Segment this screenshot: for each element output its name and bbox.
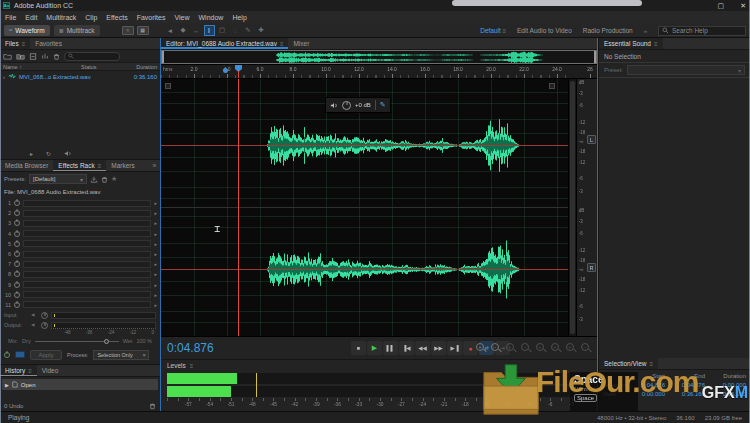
zoom-to-in-point-button[interactable]: + [535,342,547,355]
tab-essential-sound[interactable]: Essential Sound≡ [599,38,663,49]
slot-insert[interactable] [23,230,151,237]
insert-multitrack-icon[interactable] [41,53,49,60]
slot-insert[interactable] [23,210,151,217]
preset-dropdown[interactable]: [Default]▾ [29,174,87,184]
paintbrush-tool[interactable]: ✎ [243,25,254,36]
play-button[interactable]: ▶ [367,341,382,355]
mix-slider-knob[interactable] [104,339,109,344]
spectral-display-toggle[interactable]: ▦ [137,26,149,35]
tab-effects-rack[interactable]: Effects Rack≡ [53,160,106,171]
fast-forward-button[interactable]: ▶▶ [431,341,446,355]
power-icon[interactable] [14,261,20,267]
healing-brush-tool[interactable]: ✚ [256,25,267,36]
workspace-default[interactable]: Default ≡ [480,27,506,34]
slot-insert[interactable] [23,240,151,247]
tab-mixer[interactable]: Mixer [288,38,314,49]
waveform-display[interactable]: dB-3-6-12-18-∞-18-12-6-3LdB-3-6-12-18-∞-… [161,79,597,336]
effect-slot-10[interactable]: 10▸ [3,290,157,300]
slot-arrow-icon[interactable]: ▸ [154,282,157,288]
slot-insert[interactable] [23,200,151,207]
volume-hud[interactable]: +0 dB ✎ [325,97,391,113]
slot-arrow-icon[interactable]: ▸ [154,271,157,277]
slot-insert[interactable] [23,291,151,298]
mix-slider[interactable] [35,341,119,342]
zoom-in-time-button[interactable]: + [475,342,487,355]
scrollbar-thumb[interactable] [570,81,575,334]
time-selection-tool[interactable]: I [204,25,215,36]
power-icon[interactable] [14,231,20,237]
menu-effects[interactable]: Effects [106,14,127,21]
power-icon[interactable] [14,302,20,308]
channel-badge-r[interactable]: R [587,263,596,272]
tab-history[interactable]: History≡ [0,365,37,376]
waveform-display-toggle[interactable]: ≈ [122,26,134,35]
zoom-out-full-button[interactable]: − [580,342,592,355]
restore-icon[interactable]: ▢ [718,2,725,10]
multitrack-view-button[interactable]: ≣ Multitrack [54,25,100,36]
gain-knob[interactable] [342,101,351,110]
tab-overflow[interactable]: » [148,160,160,171]
effect-slot-4[interactable]: 4▸ [3,229,157,239]
power-icon[interactable] [14,241,20,247]
favorite-star-icon[interactable]: ★ [111,175,117,183]
close-icon[interactable]: ✕ [740,2,746,10]
panel-menu-icon[interactable]: ≡ [650,361,654,367]
zoom-in-amplitude-button[interactable]: + [505,342,517,355]
slot-arrow-icon[interactable]: ▸ [154,231,157,237]
zoom-to-out-point-button[interactable]: + [550,342,562,355]
effect-slot-9[interactable]: 9▸ [3,280,157,290]
trash-icon[interactable] [149,402,156,410]
pause-button[interactable]: ▌▌ [383,341,398,355]
power-icon[interactable] [14,282,20,288]
panel-menu-icon[interactable]: ≡ [654,41,658,47]
workspace-radio-production[interactable]: Radio Production [583,27,633,34]
time-display[interactable]: 0:04.876 [167,341,214,355]
slip-tool[interactable]: ↔ [191,25,202,36]
razor-tool[interactable]: ◆ [178,25,189,36]
menu-clip[interactable]: Clip [85,14,97,21]
tab-media-browser[interactable]: Media Browser [0,160,53,171]
rack-power-icon[interactable] [4,352,10,358]
zoom-out-amplitude-button[interactable]: − [520,342,532,355]
slot-arrow-icon[interactable]: ▸ [154,251,157,257]
rewind-button[interactable]: ◀◀ [415,341,430,355]
file-list-item[interactable]: › MVI_068...o Extracted.wav 0:36.160 [0,71,160,82]
delete-preset-icon[interactable] [101,176,108,183]
panel-menu-icon[interactable]: ≡ [22,41,26,47]
tab-markers[interactable]: Markers [106,160,139,171]
waveform-canvas[interactable] [161,79,568,336]
workspace-overflow[interactable]: » [644,28,647,34]
panel-menu-icon[interactable]: ≡ [190,363,194,369]
skip-back-button[interactable]: ▐◀ [399,341,414,355]
files-search-input[interactable] [64,52,120,61]
slot-arrow-icon[interactable]: ▸ [154,292,157,298]
history-entry[interactable]: ▶ Open [2,379,158,390]
menu-view[interactable]: View [174,14,189,21]
slot-insert[interactable] [23,301,151,308]
amplitude-ruler[interactable]: dB-3-6-12-18-∞-18-12-6-3LdB-3-6-12-18-∞-… [576,79,597,336]
cue-marker-icon[interactable] [223,68,228,73]
skip-forward-button[interactable]: ▶▐ [447,341,462,355]
waveform-view-button[interactable]: ≈ Waveform [4,25,50,36]
view-range-indicator[interactable] [161,50,597,64]
tab-selection-view[interactable]: Selection/View≡ [599,358,658,369]
output-gain-knob[interactable] [41,322,48,329]
power-icon[interactable] [14,210,20,216]
effect-slot-3[interactable]: 3▸ [3,218,157,228]
insert-play-icon[interactable]: ▸ [30,150,33,157]
menu-multitrack[interactable]: Multitrack [46,14,76,21]
open-file-icon[interactable] [3,53,12,60]
zoom-to-selection-button[interactable]: + [565,342,577,355]
channel-badge-l[interactable]: L [587,135,596,144]
expander-icon[interactable]: › [3,74,5,80]
effect-slot-5[interactable]: 5▸ [3,239,157,249]
panel-menu-icon[interactable]: ≡ [280,41,284,47]
tab-video[interactable]: Video [37,365,64,376]
power-icon[interactable] [14,200,20,206]
panel-menu-icon[interactable]: ≡ [98,163,102,169]
menu-file[interactable]: File [5,14,16,21]
save-preset-icon[interactable] [90,176,98,183]
slot-arrow-icon[interactable]: ▸ [154,220,157,226]
help-search-input[interactable]: Search Help [658,26,746,36]
marquee-selection-tool[interactable]: ▢ [217,25,228,36]
